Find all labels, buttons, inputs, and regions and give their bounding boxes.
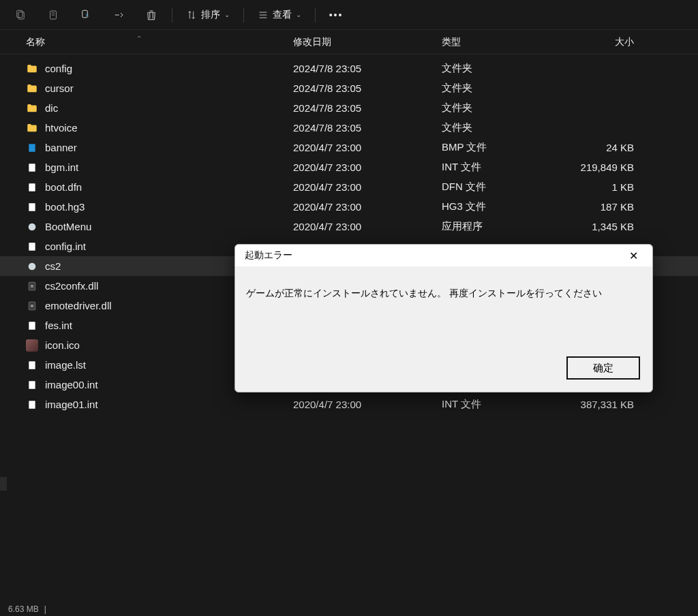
file-row[interactable]: boot.hg32020/4/7 23:00HG3 文件187 KB: [0, 197, 698, 217]
cell-name: image01.int: [0, 399, 293, 411]
cell-name: config: [0, 63, 293, 75]
file-icon: [26, 241, 38, 253]
column-type[interactable]: 类型: [442, 36, 564, 48]
cell-date: 2020/4/7 23:00: [293, 142, 442, 153]
cell-date: 2024/7/8 23:05: [293, 122, 442, 134]
dialog-titlebar[interactable]: 起動エラー ✕: [235, 245, 652, 266]
cell-name: dic: [0, 102, 293, 114]
column-date[interactable]: 修改日期: [293, 36, 442, 48]
column-name[interactable]: 名称 ⌃: [0, 36, 293, 48]
cell-name: htvoice: [0, 122, 293, 134]
cell-type: INT 文件: [442, 398, 564, 411]
file-name: cursor: [45, 82, 74, 94]
file-name: config: [45, 63, 72, 74]
ico-icon: [26, 339, 38, 352]
folder-icon: [26, 102, 38, 114]
svg-rect-7: [29, 203, 35, 211]
file-name: banner: [45, 142, 77, 153]
column-size-label: 大小: [615, 36, 634, 47]
folder-icon: [26, 82, 38, 95]
cell-size: 387,331 KB: [564, 399, 646, 410]
column-header: 名称 ⌃ 修改日期 类型 大小: [0, 30, 698, 55]
file-row[interactable]: boot.dfn2020/4/7 23:00DFN 文件1 KB: [0, 177, 698, 197]
file-name: dic: [45, 102, 58, 114]
cell-name: bgm.int: [0, 161, 293, 174]
cell-date: 2020/4/7 23:00: [293, 201, 442, 213]
svg-rect-0: [17, 10, 22, 18]
cell-date: 2020/4/7 23:00: [293, 399, 442, 410]
file-name: boot.dfn: [45, 181, 82, 193]
separator: [172, 7, 172, 22]
sort-dropdown[interactable]: 排序 ⌄: [178, 9, 238, 21]
svg-rect-15: [29, 322, 35, 330]
cell-name: BootMenu: [0, 221, 293, 233]
svg-point-14: [31, 304, 34, 307]
file-icon: [26, 320, 38, 332]
svg-point-10: [29, 262, 36, 270]
cell-type: 文件夹: [442, 82, 564, 95]
svg-rect-4: [29, 144, 35, 152]
folder-icon: [26, 122, 38, 134]
sort-label: 排序: [201, 9, 220, 21]
column-date-label: 修改日期: [293, 36, 331, 47]
app-icon: [26, 260, 38, 273]
rename-button[interactable]: [104, 3, 134, 27]
cell-name: boot.hg3: [0, 201, 293, 213]
dialog-actions: 确定: [235, 350, 652, 392]
copy-button[interactable]: [38, 3, 68, 27]
cell-type: HG3 文件: [442, 200, 564, 213]
svg-rect-18: [29, 401, 35, 409]
svg-rect-16: [29, 361, 35, 369]
delete-button[interactable]: [136, 3, 166, 27]
file-name: cs2: [45, 260, 61, 272]
cell-name: cursor: [0, 82, 293, 95]
file-row[interactable]: image01.int2020/4/7 23:00INT 文件387,331 K…: [0, 395, 698, 414]
file-icon: [26, 181, 38, 194]
svg-rect-6: [29, 183, 35, 191]
cut-button[interactable]: [5, 3, 35, 27]
folder-icon: [26, 63, 38, 75]
file-name: fes.int: [45, 320, 72, 331]
chevron-down-icon: ⌄: [224, 11, 230, 18]
file-row[interactable]: bgm.int2020/4/7 23:00INT 文件219,849 KB: [0, 157, 698, 177]
file-name: icon.ico: [45, 339, 80, 351]
svg-rect-5: [29, 164, 35, 172]
file-row[interactable]: BootMenu2020/4/7 23:00应用程序1,345 KB: [0, 217, 698, 236]
chevron-down-icon: ⌄: [296, 11, 301, 18]
view-dropdown[interactable]: 查看 ⌄: [249, 9, 309, 21]
app-icon: [26, 221, 38, 233]
file-icon: [26, 161, 38, 174]
dialog-body: ゲームが正常にインストールされていません。 再度インストールを行ってください: [235, 266, 652, 350]
separator: [315, 7, 316, 22]
cell-size: 219,849 KB: [564, 161, 646, 173]
separator: [243, 7, 244, 22]
file-name: htvoice: [45, 122, 78, 134]
cell-date: 2020/4/7 23:00: [293, 181, 442, 193]
dialog-close-button[interactable]: ✕: [620, 246, 647, 265]
dll-icon: [26, 280, 38, 292]
paste-button[interactable]: [71, 3, 101, 27]
status-bar: 6.63 MB |: [0, 602, 698, 616]
file-row[interactable]: htvoice2024/7/8 23:05文件夹: [0, 118, 698, 138]
file-row[interactable]: banner2020/4/7 23:00BMP 文件24 KB: [0, 138, 698, 157]
dialog-ok-button[interactable]: 确定: [566, 356, 640, 380]
cell-type: INT 文件: [442, 161, 564, 174]
file-icon: [26, 201, 38, 213]
status-text: 6.63 MB: [8, 604, 39, 614]
more-button[interactable]: •••: [321, 3, 351, 27]
file-blue-icon: [26, 142, 38, 154]
file-row[interactable]: dic2024/7/8 23:05文件夹: [0, 98, 698, 118]
file-name: cs2confx.dll: [45, 280, 98, 292]
file-name: image00.int: [45, 379, 98, 390]
dialog-message: ゲームが正常にインストールされていません。 再度インストールを行ってください: [246, 288, 602, 298]
cell-type: 文件夹: [442, 121, 564, 134]
column-size[interactable]: 大小: [564, 36, 646, 48]
file-name: config.int: [45, 241, 86, 252]
cell-size: 1 KB: [564, 181, 646, 193]
file-row[interactable]: config2024/7/8 23:05文件夹: [0, 59, 698, 78]
error-dialog: 起動エラー ✕ ゲームが正常にインストールされていません。 再度インストールを行…: [234, 244, 653, 392]
view-label: 查看: [273, 9, 292, 21]
file-row[interactable]: cursor2024/7/8 23:05文件夹: [0, 78, 698, 98]
file-icon: [26, 399, 38, 411]
cell-date: 2020/4/7 23:00: [293, 161, 442, 173]
